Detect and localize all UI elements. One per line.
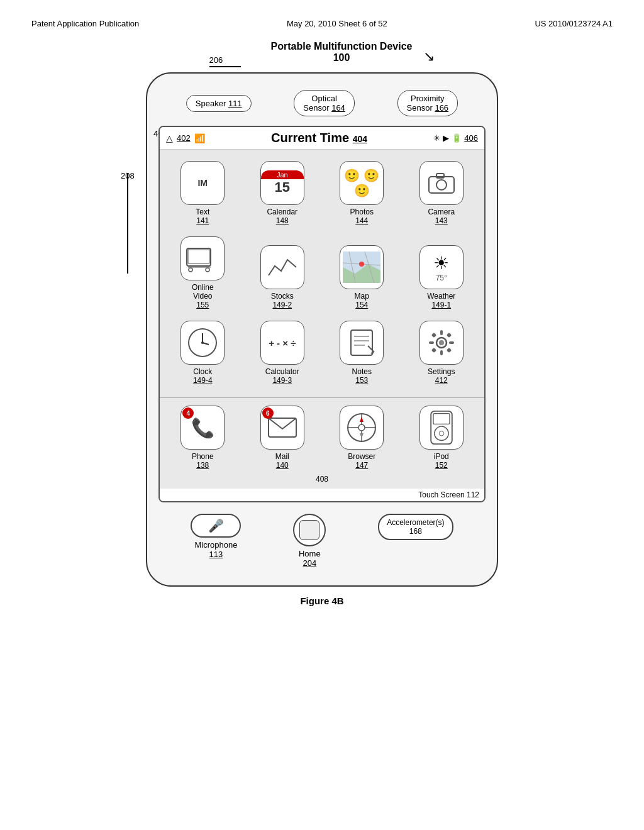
app-label-settings: Settings412	[428, 367, 455, 385]
bluetooth-icon: ✳	[433, 133, 440, 143]
mail-badge: 6	[262, 407, 274, 419]
dock-label-mail: Mail140	[275, 452, 289, 470]
home-button[interactable]	[293, 514, 326, 546]
pub-label: Patent Application Publication	[31, 19, 139, 28]
app-icon-clock[interactable]	[180, 321, 225, 365]
app-cell-weather[interactable]: ☀ 75° Weather149-1	[402, 231, 482, 316]
svg-point-45	[435, 426, 448, 440]
app-icon-stocks[interactable]	[260, 245, 304, 289]
proximity-sensor: ProximitySensor 166	[397, 90, 458, 116]
app-icon-camera[interactable]	[419, 161, 464, 205]
bracket-208-line	[127, 173, 128, 274]
app-cell-map[interactable]: Map154	[322, 231, 402, 316]
svg-point-25	[439, 340, 444, 345]
app-icon-weather[interactable]: ☀ 75°	[419, 245, 464, 289]
status-bar: △ 402 📶 Current Time 404 ✳ ▶ 🔋 4	[160, 127, 484, 150]
app-cell-im[interactable]: IM Text141	[163, 156, 243, 231]
top-sensors: Speaker 111 OpticalSensor 164 ProximityS…	[158, 85, 486, 123]
app-icon-map[interactable]	[340, 245, 384, 289]
dock-icon-ipod[interactable]	[419, 406, 464, 450]
svg-rect-28	[429, 341, 434, 344]
svg-line-22	[368, 346, 374, 352]
patent-number: US 2010/0123724 A1	[535, 19, 613, 28]
dock-icon-mail[interactable]: 6 410	[260, 406, 304, 450]
date-label: May 20, 2010 Sheet 6 of 52	[287, 19, 387, 28]
app-icon-im[interactable]: IM	[180, 161, 225, 205]
map-svg	[343, 252, 380, 283]
signal-ref: 402	[177, 133, 191, 143]
battery-icon: 🔋	[452, 133, 462, 143]
diagram-area: 206 Portable Multifunction Device 100 ↘ …	[13, 41, 631, 606]
status-left: △ 402 📶	[166, 133, 205, 143]
clock-svg	[187, 327, 218, 358]
app-cell-video[interactable]: OnlineVideo155	[163, 231, 243, 316]
app-cell-stocks[interactable]: Stocks149-2	[243, 231, 323, 316]
app-cell-notes[interactable]: Notes153	[322, 316, 402, 391]
svg-point-46	[439, 431, 443, 436]
svg-rect-32	[431, 348, 436, 353]
device-outer: 400B 208 Speaker 111 OpticalSensor 164 P…	[146, 72, 498, 587]
accel-box: Accelerometer(s) 168	[378, 514, 453, 540]
app-label-stocks: Stocks149-2	[271, 292, 294, 309]
browser-svg	[346, 412, 377, 443]
dock-cell-ipod[interactable]: iPod152	[402, 403, 482, 473]
dock-icon-phone[interactable]: 📞 4 414	[180, 406, 225, 450]
phone-icon: 📞	[191, 417, 214, 439]
svg-rect-26	[440, 330, 443, 335]
app-icon-notes[interactable]	[340, 321, 384, 365]
dock-icon-browser[interactable]	[340, 406, 384, 450]
app-label-photos: Photos144	[350, 208, 374, 225]
app-icon-video[interactable]	[180, 236, 225, 280]
bottom-area: 🎤 Microphone 113 Home 204	[158, 502, 486, 574]
notes-svg	[346, 327, 377, 358]
video-svg	[186, 245, 219, 272]
device-title: Portable Multifunction Device 100	[271, 41, 413, 64]
bottom-item-home[interactable]: Home 204	[293, 514, 326, 568]
svg-rect-30	[431, 333, 436, 338]
app-cell-clock[interactable]: Clock149-4	[163, 316, 243, 391]
svg-rect-43	[431, 411, 452, 444]
mic-icon: 🎤	[208, 518, 224, 533]
app-label-map: Map154	[355, 292, 369, 309]
screen-area: △ 402 📶 Current Time 404 ✳ ▶ 🔋 4	[158, 126, 486, 502]
touch-screen-label: Touch Screen 112	[160, 489, 484, 501]
signal-icon: △	[166, 133, 173, 143]
dock-area: 📞 4 414 Phone138	[160, 397, 484, 489]
app-cell-settings[interactable]: Settings412	[402, 316, 482, 391]
app-cell-photos[interactable]: 🙂 🙂 🙂 Photos144	[322, 156, 402, 231]
svg-marker-42	[360, 433, 364, 438]
page-container: Patent Application Publication May 20, 2…	[0, 0, 644, 830]
app-label-im: Text141	[196, 208, 209, 225]
figure-caption: Figure 4B	[300, 595, 343, 606]
app-label-camera: Camera143	[428, 208, 455, 225]
mic-label: Microphone 113	[194, 540, 237, 559]
mic-oval: 🎤	[191, 514, 241, 538]
svg-point-1	[436, 180, 447, 190]
app-icon-photos[interactable]: 🙂 🙂 🙂	[340, 161, 384, 205]
speaker-sensor: Speaker 111	[186, 95, 252, 112]
app-cell-calculator[interactable]: + - × ÷ Calculator149-3	[243, 316, 323, 391]
app-icon-calculator[interactable]: + - × ÷	[260, 321, 304, 365]
app-cell-camera[interactable]: Camera143	[402, 156, 482, 231]
dock-cell-phone[interactable]: 📞 4 414 Phone138	[163, 403, 243, 473]
svg-marker-23	[370, 352, 374, 355]
app-icon-settings[interactable]	[419, 321, 464, 365]
svg-marker-41	[360, 417, 364, 422]
dock-ref: 408	[163, 475, 481, 484]
optical-sensor: OpticalSensor 164	[294, 90, 355, 116]
app-icon-calendar[interactable]: Jan 15	[260, 161, 304, 205]
svg-rect-29	[449, 341, 454, 344]
home-button-inner	[299, 520, 319, 540]
dock-cell-mail[interactable]: 6 410 Mail140	[243, 403, 323, 473]
svg-rect-44	[433, 414, 450, 424]
camera-svg	[426, 170, 457, 196]
app-label-weather: Weather149-1	[427, 292, 455, 309]
dock-label-browser: Browser147	[348, 452, 375, 470]
svg-point-7	[206, 268, 209, 272]
dock-cell-browser[interactable]: Browser147	[322, 403, 402, 473]
svg-point-17	[201, 341, 204, 344]
app-cell-calendar[interactable]: Jan 15 Calendar148	[243, 156, 323, 231]
home-label: Home 204	[299, 549, 321, 568]
svg-rect-33	[447, 348, 452, 353]
app-label-calendar: Calendar148	[267, 208, 297, 225]
